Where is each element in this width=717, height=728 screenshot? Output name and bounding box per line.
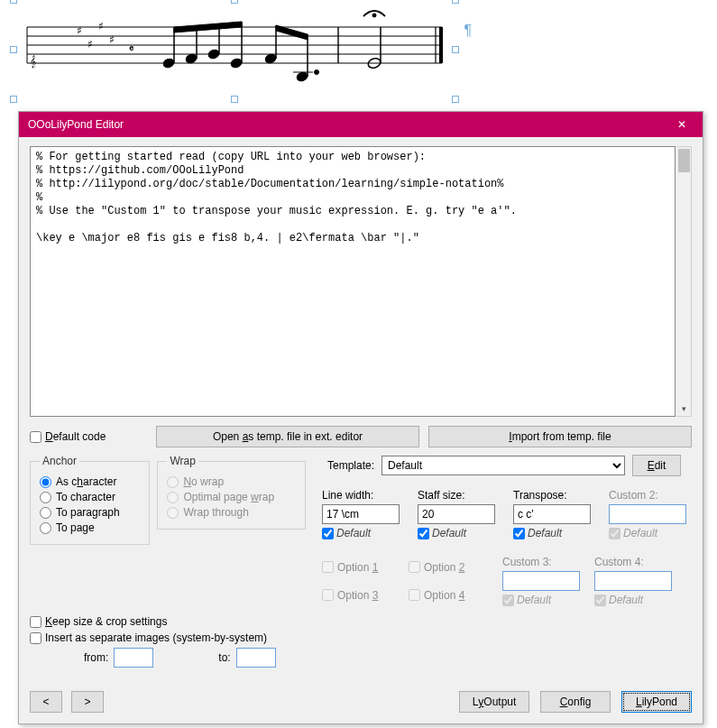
custom2-label: Custom 2: bbox=[609, 489, 692, 502]
option1-label: Option 1 bbox=[337, 561, 378, 574]
wrap-legend: Wrap bbox=[167, 455, 198, 467]
anchor-to-page-radio[interactable] bbox=[40, 522, 51, 534]
option1-checkbox bbox=[322, 561, 334, 573]
linewidth-default-checkbox[interactable] bbox=[322, 528, 334, 539]
from-label: from: bbox=[84, 651, 108, 664]
custom4-default-label: Default bbox=[609, 594, 643, 606]
option4-checkbox bbox=[409, 589, 420, 601]
transpose-default-checkbox[interactable] bbox=[513, 528, 525, 539]
config-button[interactable]: Config bbox=[540, 691, 611, 713]
anchor-to-character-radio[interactable] bbox=[40, 492, 51, 503]
anchor-to-character-label: To character bbox=[56, 491, 115, 503]
custom4-default-checkbox bbox=[594, 594, 606, 606]
resize-handle-ml[interactable] bbox=[10, 46, 17, 53]
option3-checkbox bbox=[322, 589, 334, 601]
insert-separate-checkbox[interactable] bbox=[30, 632, 41, 644]
template-select[interactable]: Default bbox=[381, 456, 625, 475]
wrap-through-radio bbox=[167, 507, 179, 519]
custom2-input bbox=[609, 504, 686, 524]
next-button[interactable]: > bbox=[71, 691, 104, 713]
resize-handle-tm[interactable] bbox=[231, 0, 238, 4]
custom2-default-label: Default bbox=[623, 527, 657, 539]
option3-label: Option 3 bbox=[337, 589, 378, 602]
music-notation-selection[interactable]: 𝄞 ♯ ♯ ♯ ♯ 𝄴 bbox=[14, 0, 455, 99]
custom3-input bbox=[502, 571, 580, 591]
anchor-group: Anchor As character To character To para… bbox=[30, 455, 150, 545]
from-input[interactable] bbox=[114, 648, 153, 668]
titlebar: OOoLilyPond Editor ✕ bbox=[19, 112, 703, 137]
wrap-optimal-radio bbox=[167, 492, 179, 503]
staffsize-label: Staff size: bbox=[418, 489, 501, 502]
keep-size-checkbox[interactable] bbox=[30, 616, 41, 628]
scrollbar-thumb[interactable] bbox=[678, 149, 690, 172]
wrap-group: Wrap No wrap Optimal page wrap Wrap thro… bbox=[157, 455, 306, 530]
custom2-default-checkbox bbox=[609, 528, 620, 539]
close-icon: ✕ bbox=[677, 118, 686, 131]
option2-label: Option 2 bbox=[424, 561, 464, 574]
selection-handles bbox=[14, 0, 455, 99]
insert-separate-label: Insert as separate images (system-by-sys… bbox=[45, 631, 267, 644]
edit-button[interactable]: Edit bbox=[632, 455, 681, 476]
window-title: OOoLilyPond Editor bbox=[28, 118, 124, 131]
close-button[interactable]: ✕ bbox=[668, 115, 695, 134]
default-code-checkbox[interactable] bbox=[30, 431, 41, 443]
prev-button[interactable]: < bbox=[30, 691, 62, 713]
custom3-label: Custom 3: bbox=[502, 556, 585, 568]
lilypond-button[interactable]: LilyPond bbox=[621, 691, 692, 713]
staffsize-default-checkbox[interactable] bbox=[418, 528, 429, 539]
editor-scrollbar[interactable]: ▾ bbox=[676, 146, 692, 417]
transpose-label: Transpose: bbox=[513, 489, 596, 502]
transpose-default-label: Default bbox=[528, 527, 562, 539]
to-label: to: bbox=[218, 651, 230, 664]
wrap-optimal-label: Optimal page wrap bbox=[183, 491, 274, 503]
resize-handle-bl[interactable] bbox=[10, 96, 17, 103]
custom3-default-label: Default bbox=[517, 594, 551, 606]
option2-checkbox bbox=[409, 561, 420, 573]
anchor-to-paragraph-label: To paragraph bbox=[56, 506, 120, 519]
open-temp-file-label: Open as temp. file in ext. editor bbox=[213, 430, 363, 443]
resize-handle-tr[interactable] bbox=[452, 0, 459, 4]
to-input[interactable] bbox=[236, 648, 276, 668]
custom4-input bbox=[594, 571, 672, 591]
template-label: Template: bbox=[322, 459, 374, 472]
anchor-legend: Anchor bbox=[40, 455, 79, 467]
custom4-label: Custom 4: bbox=[594, 556, 677, 568]
scrollbar-down-icon[interactable]: ▾ bbox=[676, 401, 692, 416]
staffsize-default-label: Default bbox=[432, 527, 466, 539]
option4-label: Option 4 bbox=[424, 589, 464, 602]
anchor-as-character-label: As character bbox=[56, 475, 116, 488]
custom3-default-checkbox bbox=[502, 594, 514, 606]
wrap-through-label: Wrap through bbox=[183, 506, 249, 519]
wrap-no-wrap-radio bbox=[167, 476, 179, 488]
linewidth-input[interactable] bbox=[322, 504, 400, 524]
code-editor[interactable]: % For getting started read (copy URL int… bbox=[30, 146, 676, 417]
anchor-to-paragraph-radio[interactable] bbox=[40, 507, 51, 519]
anchor-to-page-label: To page bbox=[56, 521, 95, 534]
staffsize-input[interactable] bbox=[418, 504, 495, 524]
linewidth-label: Line width: bbox=[322, 489, 405, 502]
resize-handle-br[interactable] bbox=[452, 96, 459, 103]
pilcrow-mark: ¶ bbox=[464, 23, 472, 39]
open-temp-file-button[interactable]: Open as temp. file in ext. editor bbox=[156, 426, 419, 447]
ly-output-button[interactable]: Ly Output bbox=[459, 691, 529, 713]
anchor-as-character-radio[interactable] bbox=[40, 476, 51, 488]
ooolilypond-editor-dialog: OOoLilyPond Editor ✕ % For getting start… bbox=[18, 111, 703, 724]
default-code-label: DDefault codeefault code bbox=[45, 430, 106, 443]
resize-handle-bm[interactable] bbox=[231, 96, 238, 103]
import-temp-file-button[interactable]: Import from temp. file bbox=[428, 426, 692, 447]
wrap-no-wrap-label: No wrap bbox=[183, 475, 224, 488]
linewidth-default-label: Default bbox=[336, 527, 371, 539]
keep-size-label: Keep size & crop settings bbox=[45, 615, 167, 628]
import-temp-file-label: Import from temp. file bbox=[509, 430, 611, 443]
transpose-input[interactable] bbox=[513, 504, 591, 524]
resize-handle-mr[interactable] bbox=[452, 46, 459, 53]
resize-handle-tl[interactable] bbox=[10, 0, 17, 4]
